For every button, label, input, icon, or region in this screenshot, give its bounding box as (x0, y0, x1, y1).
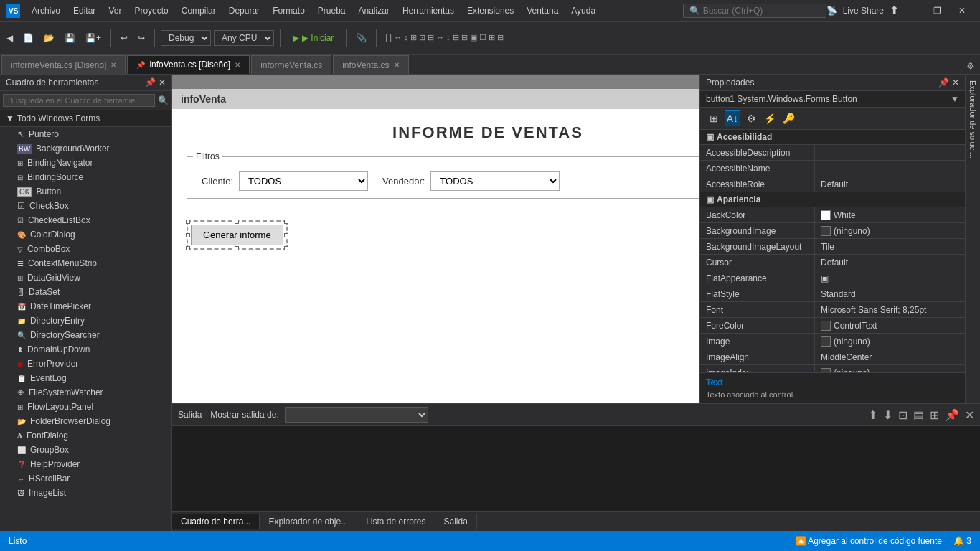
menu-herramientas[interactable]: Herramientas (397, 4, 460, 17)
designer-area[interactable]: infoVenta INFORME DE VENTAS Filtros Clie… (172, 75, 699, 403)
prop-sort-alpha-btn[interactable]: A↓ (725, 110, 740, 126)
source-control-label[interactable]: 🔼 Agregar al control de código fuente (796, 536, 942, 546)
toolbar-btn-save[interactable]: 💾 (61, 31, 79, 45)
prop-row-flatappearance[interactable]: FlatAppearance ▣ (700, 270, 965, 286)
toolbox-item-pointer[interactable]: ↖ Puntero (0, 127, 171, 141)
toolbox-item-filesystemwatcher[interactable]: 👁 FileSystemWatcher (0, 385, 171, 400)
tab-informeVenta-cs[interactable]: informeVenta.cs (251, 55, 331, 74)
tab-close-icon[interactable]: ✕ (110, 61, 116, 69)
maximize-button[interactable]: ❐ (925, 0, 950, 22)
properties-close-icon[interactable]: ✕ (952, 77, 959, 88)
tab-close-icon[interactable]: ✕ (235, 61, 240, 69)
prop-value[interactable]: (ninguno) (815, 365, 965, 372)
menu-editar[interactable]: Editar (67, 4, 101, 17)
toolbox-item-directorysearcher[interactable]: 🔍 DirectorySearcher (0, 328, 171, 342)
prop-sort-category-btn[interactable]: ⊞ (706, 110, 722, 126)
output-pin-icon[interactable]: 📌 (945, 408, 959, 422)
search-input[interactable] (703, 6, 811, 16)
properties-dropdown-arrow[interactable]: ▼ (951, 94, 959, 104)
prop-row-bgimagelayout[interactable]: BackgroundImageLayout Tile (700, 239, 965, 255)
toolbox-item-datagridview[interactable]: ⊞ DataGridView (0, 270, 171, 285)
designer-form[interactable]: infoVenta INFORME DE VENTAS Filtros Clie… (172, 89, 699, 403)
prop-properties-btn[interactable]: ⚙ (743, 110, 759, 126)
menu-prueba[interactable]: Prueba (312, 4, 352, 17)
toolbox-item-checkedlist[interactable]: ☑ CheckedListBox (0, 213, 171, 227)
handle-bottomcenter[interactable] (235, 246, 239, 250)
prop-value[interactable] (815, 161, 965, 176)
toolbar-btn-back[interactable]: ◀ (3, 31, 17, 45)
toolbox-category-all[interactable]: ▼ Todo Windows Forms (0, 110, 171, 127)
toolbox-search-area[interactable]: 🔍 (0, 91, 171, 110)
debug-config-dropdown[interactable]: Debug (161, 30, 211, 46)
toolbox-search-input[interactable] (3, 94, 155, 107)
prop-row-forecolor[interactable]: ForeColor ControlText (700, 318, 965, 334)
tab-infoVenta-cs[interactable]: infoVenta.cs ✕ (333, 55, 408, 74)
properties-pin-icon[interactable]: 📌 (938, 77, 949, 88)
prop-row-font[interactable]: Font Microsoft Sans Serif; 8,25pt (700, 302, 965, 318)
menu-extensiones[interactable]: Extensiones (461, 4, 519, 17)
toolbox-item-bgworker[interactable]: BW BackgroundWorker (0, 141, 171, 156)
toolbox-item-domainupdown[interactable]: ⬍ DomainUpDown (0, 342, 171, 357)
live-share-label[interactable]: Live Share (843, 6, 884, 16)
prop-events-btn[interactable]: ⚡ (762, 110, 778, 126)
prop-row-accessiblename[interactable]: AccessibleName (700, 161, 965, 176)
menu-compilar[interactable]: Compilar (176, 4, 222, 17)
prop-row-accessiblerole[interactable]: AccessibleRole Default (700, 176, 965, 192)
toolbox-close-icon[interactable]: ✕ (159, 77, 166, 88)
prop-value[interactable]: ControlText (815, 318, 965, 333)
prop-value[interactable]: (ninguno) (815, 223, 965, 238)
menu-ventana[interactable]: Ventana (521, 4, 564, 17)
bottom-tab-output[interactable]: Salida (435, 514, 477, 529)
toolbox-item-fontdialog[interactable]: 𝐀 FontDialog (0, 428, 171, 443)
toolbar-btn-new[interactable]: 📄 (19, 31, 37, 45)
toolbox-item-dataset[interactable]: 🗄 DataSet (0, 285, 171, 299)
toolbox-item-bindnav[interactable]: ⊞ BindingNavigator (0, 156, 171, 170)
toolbar-btn-attach[interactable]: 📎 (352, 31, 370, 45)
cpu-dropdown[interactable]: Any CPU (214, 30, 274, 46)
menu-proyecto[interactable]: Proyecto (128, 4, 174, 17)
toolbox-item-folderbrowser[interactable]: 📂 FolderBrowserDialog (0, 414, 171, 428)
cliente-select[interactable]: TODOS (239, 171, 368, 191)
prop-row-imageindex[interactable]: ImageIndex (ninguno) (700, 365, 965, 372)
title-search-box[interactable]: 🔍 (683, 4, 826, 18)
menu-formato[interactable]: Formato (267, 4, 311, 17)
prop-row-backcolor[interactable]: BackColor White (700, 207, 965, 223)
toolbox-item-checkbox[interactable]: ☑ CheckBox (0, 199, 171, 213)
toolbar-btn-saveall[interactable]: 💾+ (82, 31, 105, 45)
prop-value[interactable]: Default (815, 176, 965, 192)
generar-informe-button[interactable]: Generar informe (191, 225, 283, 245)
output-close-icon[interactable]: ✕ (965, 408, 974, 422)
prop-row-imagealign[interactable]: ImageAlign MiddleCenter (700, 349, 965, 365)
toolbox-item-eventlog[interactable]: 📋 EventLog (0, 371, 171, 385)
handle-topright[interactable] (284, 220, 288, 224)
start-button[interactable]: ▶ ▶ Iniciar (286, 31, 340, 45)
prop-value[interactable]: Default (815, 255, 965, 270)
handle-topleft[interactable] (186, 220, 190, 224)
bottom-tab-explorer[interactable]: Explorador de obje... (260, 514, 357, 529)
handle-middleleft[interactable] (186, 233, 190, 237)
vendedor-select[interactable]: TODOS (430, 171, 560, 191)
tab-informeVenta-design[interactable]: informeVenta.cs [Diseño] ✕ (1, 55, 126, 74)
toolbox-item-datetimepicker[interactable]: 📅 DateTimePicker (0, 299, 171, 314)
properties-object-selector[interactable]: button1 System.Windows.Forms.Button ▼ (700, 91, 965, 108)
handle-bottomleft[interactable] (186, 246, 190, 250)
prop-row-bgimage[interactable]: BackgroundImage (ninguno) (700, 223, 965, 239)
prop-row-cursor[interactable]: Cursor Default (700, 255, 965, 270)
prop-section-apariencia[interactable]: ▣ Apariencia (700, 192, 965, 207)
output-btn-3[interactable]: ⊡ (898, 408, 908, 422)
tab-infoVenta-design[interactable]: 📌 infoVenta.cs [Diseño] ✕ (127, 55, 250, 74)
toolbox-item-hscrollbar[interactable]: ↔ HScrollBar (0, 471, 171, 486)
prop-value[interactable]: Standard (815, 286, 965, 301)
minimize-button[interactable]: — (899, 0, 925, 22)
output-btn-2[interactable]: ⬇ (883, 408, 892, 422)
prop-row-accessibledesc[interactable]: AccessibleDescription (700, 145, 965, 161)
prop-value[interactable]: Microsoft Sans Serif; 8,25pt (815, 302, 965, 317)
handle-topcenter[interactable] (235, 220, 239, 224)
menu-ver[interactable]: Ver (103, 4, 127, 17)
toolbox-item-button[interactable]: OK Button (0, 184, 171, 199)
toolbar-btn-redo[interactable]: ↪ (134, 31, 149, 45)
prop-value[interactable] (815, 145, 965, 160)
prop-extra-btn[interactable]: 🔑 (781, 110, 796, 126)
prop-value[interactable]: MiddleCenter (815, 349, 965, 364)
toolbox-item-combobox[interactable]: ▽ ComboBox (0, 242, 171, 256)
